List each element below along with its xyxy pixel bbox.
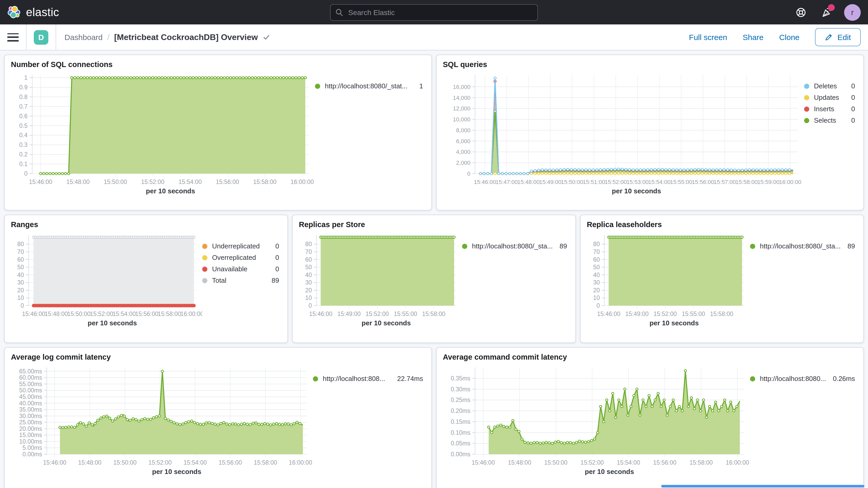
global-header: elastic: [0, 0, 868, 24]
svg-text:15:54:00: 15:54:00: [113, 310, 136, 317]
legend-item-total[interactable]: Total89: [202, 276, 279, 284]
svg-text:60: 60: [305, 256, 312, 263]
svg-text:80: 80: [305, 241, 312, 247]
legend-label: Deletes: [814, 82, 846, 90]
chart-canvas-ranges[interactable]: 0102030405060708015:46:0015:48:0015:50:0…: [11, 230, 202, 329]
svg-text:0: 0: [467, 171, 470, 177]
legend-item-underreplicated[interactable]: Underreplicated0: [202, 242, 279, 250]
svg-text:15.00ms: 15.00ms: [19, 432, 42, 438]
legend-color-dot: [462, 243, 467, 249]
news-feed-button[interactable]: [818, 3, 836, 21]
legend-label: http://localhost:8080/_sta...: [472, 242, 554, 250]
legend-item-http-localhost-8080[interactable]: http://localhost:8080...0.26ms: [750, 375, 855, 383]
svg-text:15:49:00: 15:49:00: [539, 179, 562, 185]
legend-label: Total: [212, 276, 267, 284]
search-input[interactable]: [330, 4, 538, 21]
legend-color-dot: [804, 118, 809, 123]
clone-button[interactable]: Clone: [779, 33, 799, 41]
svg-text:0.9: 0.9: [19, 84, 28, 91]
legend-value: 89: [272, 276, 279, 284]
help-button[interactable]: [792, 3, 810, 21]
svg-text:30: 30: [17, 279, 24, 286]
svg-text:0.05ms: 0.05ms: [451, 440, 470, 447]
edit-button[interactable]: Edit: [815, 28, 861, 46]
svg-text:15:50:00: 15:50:00: [67, 310, 91, 317]
svg-text:8,000: 8,000: [456, 127, 470, 133]
legend-item-updates[interactable]: Updates0: [804, 94, 855, 101]
svg-text:15:46:00: 15:46:00: [474, 179, 496, 185]
legend-item-deletes[interactable]: Deletes0: [804, 82, 855, 90]
legend-value: 0: [276, 254, 279, 262]
svg-text:15:50:00: 15:50:00: [561, 179, 583, 185]
chart-canvas-replicas-per-store[interactable]: 0102030405060708015:46:0015:49:0015:52:0…: [299, 230, 462, 329]
svg-text:16:00:00: 16:00:00: [289, 459, 312, 466]
svg-text:15:59:00: 15:59:00: [757, 179, 780, 185]
svg-text:15:57:00: 15:57:00: [714, 179, 736, 185]
chart-svg: 0.00ms0.05ms0.10ms0.15ms0.20ms0.25ms0.30…: [443, 362, 750, 477]
legend-label: Updates: [814, 94, 846, 101]
legend-color-dot: [804, 84, 809, 89]
panel-number-of-sql-connections: Number of SQL connections00.10.20.30.40.…: [4, 55, 432, 211]
svg-text:15:46:00: 15:46:00: [22, 310, 45, 317]
legend-item-http-localhost-8080-sta[interactable]: http://localhost:8080/_sta...89: [462, 242, 567, 250]
svg-text:20: 20: [17, 287, 24, 294]
elastic-logo[interactable]: elastic: [7, 5, 122, 19]
legend-item-unavailable[interactable]: Unavailable0: [202, 265, 279, 273]
pencil-icon: [825, 33, 833, 41]
legend-label: http://localhost:8080...: [760, 375, 828, 383]
space-badge[interactable]: D: [34, 30, 48, 44]
chart-canvas-average-command-commit-latency[interactable]: 0.00ms0.05ms0.10ms0.15ms0.20ms0.25ms0.30…: [443, 362, 750, 477]
chart-canvas-number-of-sql-connections[interactable]: 00.10.20.30.40.50.60.70.80.9115:46:0015:…: [11, 70, 315, 196]
svg-text:50: 50: [593, 264, 600, 271]
check-icon[interactable]: [262, 33, 270, 41]
chart-svg: 0.00ms5.00ms10.00ms15.00ms20.00ms25.00ms…: [11, 362, 313, 477]
svg-text:15:46:00: 15:46:00: [597, 310, 621, 317]
legend-color-dot: [202, 266, 207, 272]
svg-text:10: 10: [593, 295, 600, 301]
svg-text:15:58:00: 15:58:00: [422, 310, 445, 317]
panel-ranges: Ranges0102030405060708015:46:0015:48:001…: [4, 215, 288, 343]
svg-text:16,000: 16,000: [453, 84, 470, 90]
panel-title: Ranges: [11, 220, 281, 229]
legend-color-dot: [804, 106, 809, 112]
svg-text:70: 70: [305, 248, 312, 255]
svg-text:per 10 seconds: per 10 seconds: [585, 468, 634, 476]
svg-text:15:52:00: 15:52:00: [148, 459, 172, 466]
legend-color-dot: [750, 376, 755, 381]
svg-text:15:55:00: 15:55:00: [682, 310, 705, 317]
svg-text:per 10 seconds: per 10 seconds: [362, 319, 411, 327]
panel-title: Average command commit latency: [443, 353, 857, 361]
chart-canvas-replica-leaseholders[interactable]: 0102030405060708015:46:0015:49:0015:52:0…: [587, 230, 750, 329]
legend-item-inserts[interactable]: Inserts0: [804, 105, 855, 113]
svg-text:15:48:00: 15:48:00: [78, 459, 102, 466]
svg-text:15:52:00: 15:52:00: [366, 310, 389, 317]
full-screen-button[interactable]: Full screen: [689, 33, 727, 41]
horizontal-scrollbar-thumb[interactable]: [661, 485, 864, 487]
svg-text:30: 30: [305, 279, 312, 286]
legend-item-overreplicated[interactable]: Overreplicated0: [202, 254, 279, 262]
svg-text:15:55:00: 15:55:00: [394, 310, 417, 317]
panel-average-log-commit-latency: Average log commit latency0.00ms5.00ms10…: [4, 347, 432, 488]
svg-text:80: 80: [593, 241, 600, 247]
chart-canvas-sql-queries[interactable]: 02,0004,0006,0008,00010,00012,00014,0001…: [443, 70, 804, 196]
user-avatar[interactable]: r: [844, 4, 861, 21]
svg-text:0.6: 0.6: [19, 113, 28, 120]
breadcrumb-dashboard-link[interactable]: Dashboard: [64, 33, 103, 41]
svg-text:0.20ms: 0.20ms: [451, 407, 470, 414]
dashboard-row: Number of SQL connections00.10.20.30.40.…: [4, 55, 864, 211]
svg-text:per 10 seconds: per 10 seconds: [146, 187, 195, 195]
menu-button[interactable]: [7, 33, 19, 41]
panel-sql-queries: SQL queries02,0004,0006,0008,00010,00012…: [436, 55, 864, 211]
chart-legend: Deletes0Updates0Inserts0Selects0: [804, 70, 857, 196]
svg-text:0.3: 0.3: [19, 141, 28, 148]
chart-legend: http://localhost:8080/_sta...89: [750, 230, 857, 329]
share-button[interactable]: Share: [743, 33, 764, 41]
chart-canvas-average-log-commit-latency[interactable]: 0.00ms5.00ms10.00ms15.00ms20.00ms25.00ms…: [11, 362, 313, 477]
legend-color-dot: [202, 255, 207, 260]
legend-item-selects[interactable]: Selects0: [804, 116, 855, 124]
legend-item-http-localhost-808[interactable]: http://localhost:808...22.74ms: [313, 375, 423, 383]
legend-item-http-localhost-8080-sta[interactable]: http://localhost:8080/_sta...89: [750, 242, 855, 250]
svg-text:15:46:00: 15:46:00: [472, 459, 495, 466]
legend-item-http-localhost-8080-stat[interactable]: http://localhost:8080/_stat...1: [315, 82, 423, 90]
svg-text:5.00ms: 5.00ms: [23, 444, 42, 451]
